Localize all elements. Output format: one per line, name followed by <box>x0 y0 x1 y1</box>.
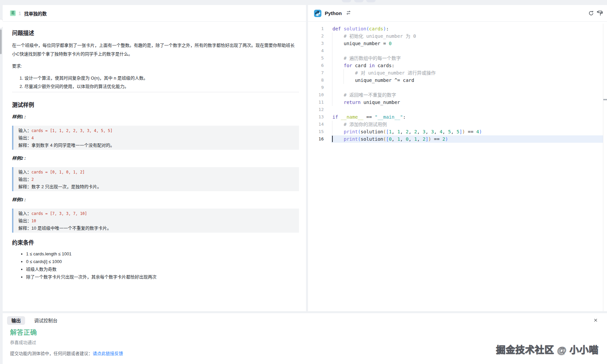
code-line: # 初始化 unique_number 为 0 <box>332 32 607 40</box>
code-token: 0 <box>389 136 392 142</box>
code-token: , <box>442 129 448 134</box>
problem-content: 问题描述 在一个班级中，每位同学都拿到了一张卡片，上面有一个整数。有趣的是，除了… <box>3 22 306 311</box>
line-number: 3 <box>308 40 324 47</box>
code-token: print <box>344 136 358 142</box>
code-token: , <box>400 136 406 142</box>
code-token: # 添加你的测试用例 <box>332 122 387 127</box>
line-number: 2 <box>308 32 324 40</box>
code-token: == <box>468 129 474 134</box>
code-token: # 返回唯一不重复的数字 <box>332 92 396 98</box>
code-token: def <box>332 26 341 31</box>
code-token: [ <box>386 136 389 142</box>
code-token: ] <box>459 129 462 134</box>
example-row: 解释：拿到数字 4 的同学是唯一一个没有配对的。 <box>18 142 294 149</box>
line-number: 7 <box>308 69 324 77</box>
top-mini-button-2[interactable] <box>354 0 364 2</box>
line-number: 15 <box>308 128 324 135</box>
code-token <box>465 129 468 134</box>
line-number: 16 <box>308 135 324 143</box>
line-number: 13 <box>308 113 324 121</box>
example-block: 输入：cards = [1, 1, 2, 2, 3, 3, 4, 5, 5]输出… <box>12 126 299 150</box>
code-token: , <box>425 129 431 134</box>
example-row: 解释：数字 2 只出现一次，是独特的卡片。 <box>18 183 294 191</box>
result-status: 解答正确 <box>10 327 37 337</box>
code-token: ) <box>383 26 386 31</box>
code-token: 3 <box>431 129 434 134</box>
code-token: "__main__" <box>375 114 403 120</box>
line-number: 10 <box>308 91 324 99</box>
example-row: 输出：10 <box>18 217 294 225</box>
example-row: 输入：cards = [0, 1, 0, 1, 2] <box>18 168 294 176</box>
code-token: = <box>383 41 389 46</box>
format-code-button[interactable] <box>596 10 603 17</box>
text-cursor <box>332 136 333 142</box>
code-token <box>364 114 366 120</box>
code-token: card <box>403 78 414 83</box>
code-line: # 对 unique_number 进行异或操作 <box>332 69 607 77</box>
code-token: 0 <box>389 41 392 46</box>
code-token <box>332 63 344 68</box>
code-token: 2 <box>414 129 417 134</box>
difficulty-badge: 易 <box>10 10 16 16</box>
feedback-link[interactable]: 请点此链接反馈 <box>93 351 123 356</box>
section-title-description: 问题描述 <box>12 30 299 36</box>
code-token: 1 <box>414 136 417 142</box>
top-mini-button-1[interactable] <box>342 0 351 2</box>
switch-language-icon[interactable] <box>346 10 351 16</box>
code-token: ] <box>425 136 428 142</box>
section-title-examples: 测试样例 <box>12 102 299 108</box>
code-token: , <box>400 129 406 134</box>
top-mini-button-3[interactable] <box>366 0 376 2</box>
language-label: Python <box>325 10 342 16</box>
code-token: , <box>417 129 423 134</box>
code-editor[interactable]: 12345678910111213141516 def solution(car… <box>308 22 607 311</box>
python-icon <box>314 10 321 17</box>
left-scrollbar-thumb[interactable] <box>0 29 2 54</box>
example-block: 输入：cards = [7, 3, 3, 7, 10]输出：10解释：10 是班… <box>12 209 299 233</box>
code-line: # 添加你的测试用例 <box>332 121 607 128</box>
line-number: 11 <box>308 99 324 106</box>
problem-title: 找单独的数 <box>24 10 47 17</box>
code-token: 5 <box>448 129 451 134</box>
tab-output[interactable]: 输出 <box>7 316 25 325</box>
code-token: if <box>332 114 338 120</box>
code-token <box>332 136 344 142</box>
feedback-text: 提交功能内测体验中，任何问题或者建议： <box>10 351 93 356</box>
scrollbar-border <box>603 24 603 311</box>
code-line: for card in cards: <box>332 62 607 69</box>
code-token: # 对 unique_number 进行异或操作 <box>332 70 436 76</box>
code-line <box>332 106 607 113</box>
overview-ruler-marker <box>603 99 607 100</box>
code-token: # 遍历数组中的每一个数字 <box>332 55 401 61</box>
code-token: print <box>344 129 358 134</box>
code-token: solution <box>361 136 383 142</box>
code-token: 2 <box>423 136 425 142</box>
tab-debug-console[interactable]: 调试控制台 <box>30 316 62 325</box>
code-token: 4 <box>439 129 442 134</box>
code-token: ) <box>428 136 431 142</box>
code-token <box>439 136 442 142</box>
code-line: return unique_number <box>332 99 607 106</box>
code-token: == <box>434 136 440 142</box>
code-token: ( <box>366 26 369 31</box>
code-token: 1 <box>389 129 392 134</box>
code-line <box>332 84 607 91</box>
problem-header: 易 1 找单独的数 <box>3 5 306 22</box>
code-token: solution <box>361 129 383 134</box>
code-token: unique_number <box>361 100 400 105</box>
code-token: : <box>386 26 389 31</box>
code-line <box>332 47 607 54</box>
code-token <box>332 129 344 134</box>
result-subtext: 恭喜成功通过 <box>10 339 36 345</box>
code-token: [ <box>386 129 389 134</box>
reset-code-button[interactable] <box>588 10 594 17</box>
list-item: 尽量减少额外空间的使用，以体现你的算法优化能力。 <box>24 82 299 91</box>
code-token: , <box>409 136 414 142</box>
code-token <box>332 100 344 105</box>
list-item: 1 ≤ cards.length ≤ 1001 <box>26 250 299 258</box>
code-token: , <box>392 136 397 142</box>
code-token: for <box>344 63 352 68</box>
close-icon[interactable] <box>593 318 598 323</box>
example-row: 输出：4 <box>18 134 294 142</box>
example-row: 输入：cards = [1, 1, 2, 2, 3, 3, 4, 5, 5] <box>18 127 294 134</box>
